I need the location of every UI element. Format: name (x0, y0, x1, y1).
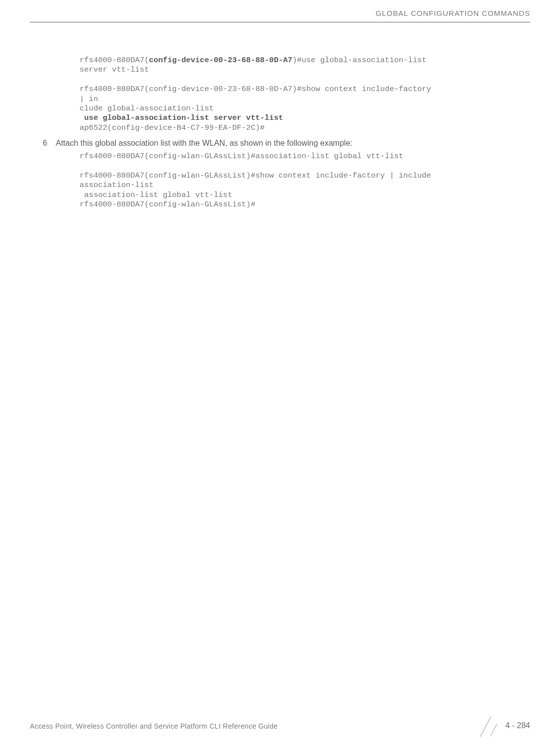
code-block-1: rfs4000-880DA7(config-device-00-23-68-88… (80, 56, 530, 133)
code-text: association-list global vtt-list (80, 190, 232, 199)
code-text: ap6522(config-device-B4-C7-99-EA-DF-2C)# (80, 123, 265, 132)
code-text: association-list (80, 181, 154, 189)
code-text: rfs4000-880DA7(config-wlan-GLAssList)# (80, 200, 255, 209)
code-text: clude global-association-list (80, 104, 214, 113)
page-header-title: GLOBAL CONFIGURATION COMMANDS (375, 9, 530, 17)
page-footer: Access Point, Wireless Controller and Se… (30, 717, 530, 735)
code-text: rfs4000-880DA7(config-device-00-23-68-88… (80, 85, 436, 94)
header-divider (30, 22, 530, 22)
step-6: 6Attach this global association list wit… (40, 139, 530, 148)
code-text: | in (80, 94, 98, 103)
footer-page-number: 4 - 284 (476, 717, 530, 735)
code-text: server vtt-list (80, 65, 149, 74)
slash-icon (476, 717, 501, 735)
code-text: )#use global-association-list (292, 56, 431, 65)
code-bold-text: use global-association-list server vtt-l… (80, 113, 283, 122)
code-block-2: rfs4000-880DA7(config-wlan-GLAssList)#as… (80, 152, 530, 209)
step-number: 6 (43, 139, 56, 148)
code-bold-text: config-device-00-23-68-88-0D-A7 (149, 56, 292, 65)
footer-guide-title: Access Point, Wireless Controller and Se… (30, 722, 278, 730)
code-text: rfs4000-880DA7(config-wlan-GLAssList)#as… (80, 152, 403, 161)
page-content: rfs4000-880DA7(config-device-00-23-68-88… (40, 56, 530, 209)
step-text: Attach this global association list with… (56, 139, 353, 147)
page-number-text: 4 - 284 (505, 721, 530, 730)
code-text: rfs4000-880DA7(config-wlan-GLAssList)#sh… (80, 171, 436, 180)
code-text: rfs4000-880DA7( (80, 56, 149, 65)
